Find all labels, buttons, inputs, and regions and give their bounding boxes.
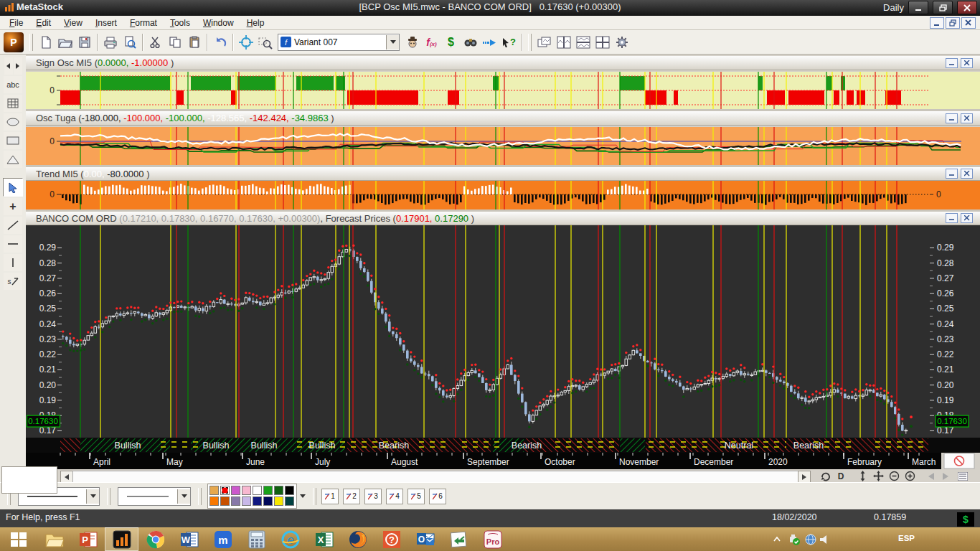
- explorer-button[interactable]: [402, 32, 422, 52]
- palette-color-15[interactable]: [285, 496, 294, 506]
- tray-speaker-icon[interactable]: [819, 534, 831, 545]
- print-button[interactable]: [100, 32, 120, 52]
- palette-color-2[interactable]: [231, 486, 240, 495]
- refresh-button[interactable]: [818, 471, 832, 481]
- palette-color-1[interactable]: [220, 486, 230, 495]
- palette-color-12[interactable]: [253, 496, 262, 506]
- print-preview-button[interactable]: [120, 32, 139, 52]
- scrollbar-left-arrow[interactable]: [60, 471, 73, 483]
- taskbar-app-pro-app-icon[interactable]: Pro: [476, 527, 509, 551]
- grid-tool[interactable]: [4, 95, 22, 112]
- undo-button[interactable]: [210, 32, 230, 52]
- pointer-tool[interactable]: [3, 178, 23, 197]
- taskbar-app-help-icon[interactable]: ?: [374, 527, 408, 551]
- vertical-scale-button[interactable]: [855, 471, 870, 481]
- expert-advisor-button[interactable]: [461, 32, 480, 52]
- taskbar-app-metastock-icon[interactable]: [105, 527, 138, 551]
- zoom-in-button[interactable]: [903, 471, 917, 481]
- indicator-builder-button[interactable]: f(x): [422, 32, 441, 52]
- palette-dropdown-button[interactable]: [300, 494, 306, 498]
- palette-color-5[interactable]: [263, 486, 273, 495]
- osc-tuga-chart[interactable]: 0: [26, 127, 980, 165]
- cycle-lines-tool[interactable]: s: [4, 273, 22, 290]
- tray-language[interactable]: ESP: [898, 534, 915, 542]
- child-minimize-button[interactable]: [930, 17, 944, 29]
- trendline-tool[interactable]: [4, 217, 22, 234]
- taskbar-app-outlook-icon[interactable]: O: [408, 527, 442, 551]
- taskbar-app-file-explorer-icon[interactable]: [37, 527, 71, 551]
- scrollbar-track[interactable]: [72, 471, 798, 483]
- sign-osc-chart[interactable]: 0: [26, 72, 980, 109]
- menu-insert[interactable]: Insert: [89, 17, 123, 29]
- crosshair-pointer-button[interactable]: [236, 32, 255, 52]
- palette-color-8[interactable]: [209, 496, 219, 506]
- zoom-out-button[interactable]: [887, 471, 901, 481]
- crosshair-tool[interactable]: +: [4, 198, 22, 215]
- chart-template-button-2[interactable]: 2: [343, 489, 360, 504]
- triangle-tool[interactable]: [4, 151, 22, 168]
- taskbar-app-chrome-icon[interactable]: [138, 527, 172, 551]
- combo-dropdown-button[interactable]: [386, 35, 399, 50]
- taskbar-app-excel-icon[interactable]: X: [307, 527, 341, 551]
- panel-minimize-button[interactable]: [946, 113, 958, 123]
- layout-template-combo[interactable]: f Variant 007: [278, 34, 400, 51]
- combo-dropdown-button[interactable]: [177, 489, 190, 504]
- palette-color-0[interactable]: [209, 486, 219, 495]
- save-button[interactable]: [75, 32, 94, 52]
- palette-color-10[interactable]: [231, 496, 240, 506]
- horizontal-line-tool[interactable]: [4, 235, 22, 253]
- close-button[interactable]: [957, 1, 977, 14]
- child-restore-button[interactable]: [946, 17, 960, 29]
- chart-template-button-4[interactable]: 4: [386, 489, 403, 504]
- price-candlestick-chart[interactable]: 0.290.290.280.280.270.270.260.260.250.25…: [26, 225, 980, 438]
- taskbar-app-start-icon[interactable]: [0, 527, 37, 551]
- chart-template-button-5[interactable]: 5: [407, 489, 425, 504]
- combo-dropdown-button[interactable]: [86, 489, 99, 504]
- panel-close-button[interactable]: [961, 58, 973, 68]
- taskbar-app-office-tool-icon[interactable]: [442, 527, 476, 551]
- settings-gear-icon[interactable]: [612, 32, 631, 52]
- menu-file[interactable]: File: [3, 17, 29, 29]
- paste-button[interactable]: [184, 32, 204, 52]
- palette-color-3[interactable]: [242, 486, 251, 495]
- copy-button[interactable]: [165, 32, 184, 52]
- system-tester-button[interactable]: $: [441, 32, 461, 52]
- scroll-left-tool[interactable]: [4, 57, 13, 75]
- panel-close-button[interactable]: [961, 169, 973, 179]
- panel-minimize-button[interactable]: [946, 169, 958, 179]
- trend-chart[interactable]: 00: [26, 181, 980, 209]
- palette-color-14[interactable]: [274, 496, 283, 506]
- tray-network-icon[interactable]: [805, 534, 816, 545]
- tray-usb-icon[interactable]: [788, 533, 801, 546]
- zoom-select-button[interactable]: [255, 32, 275, 52]
- chart-template-button-6[interactable]: 6: [429, 489, 446, 504]
- palette-color-7[interactable]: [285, 486, 294, 495]
- taskbar-app-calculator-icon[interactable]: [240, 527, 273, 551]
- menu-format[interactable]: Format: [123, 17, 164, 29]
- minimize-button[interactable]: [908, 1, 928, 14]
- scroll-right-tool[interactable]: [14, 57, 22, 75]
- tile-vertical-button[interactable]: [554, 32, 573, 52]
- child-close-button[interactable]: [961, 17, 976, 29]
- taskbar-app-internet-explorer-icon[interactable]: e: [273, 527, 307, 551]
- pan-button[interactable]: [871, 471, 885, 481]
- panel-minimize-button[interactable]: [946, 213, 958, 223]
- palette-color-13[interactable]: [263, 496, 273, 506]
- open-button[interactable]: [55, 32, 75, 52]
- context-help-button[interactable]: ?: [499, 37, 519, 47]
- scrollbar-right-arrow[interactable]: [798, 471, 811, 483]
- palette-color-4[interactable]: [253, 486, 262, 495]
- taskbar-app-maxthon-icon[interactable]: m: [206, 527, 240, 551]
- menu-edit[interactable]: Edit: [29, 17, 57, 29]
- new-chart-button[interactable]: [36, 32, 55, 52]
- taskbar-app-word-icon[interactable]: W: [172, 527, 206, 551]
- menu-window[interactable]: Window: [197, 17, 240, 29]
- panel-close-button[interactable]: [961, 113, 973, 123]
- palette-color-6[interactable]: [274, 486, 283, 495]
- ellipse-tool[interactable]: [4, 113, 22, 131]
- tile-grid-button[interactable]: [593, 32, 612, 52]
- chart-template-button-1[interactable]: 1: [321, 489, 339, 504]
- menu-view[interactable]: View: [57, 17, 89, 29]
- previous-chart-button[interactable]: [924, 471, 938, 481]
- menu-tools[interactable]: Tools: [164, 17, 197, 29]
